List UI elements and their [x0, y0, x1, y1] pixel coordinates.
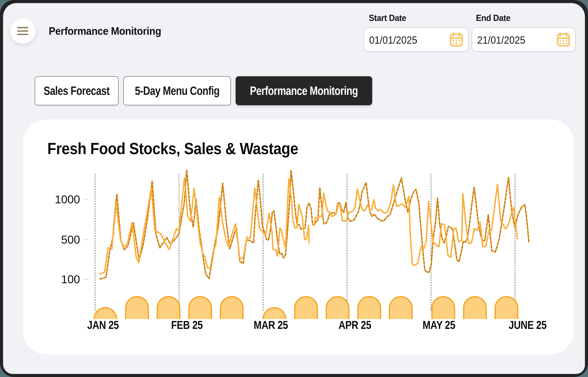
- svg-text:1000: 1000: [55, 193, 80, 206]
- svg-text:500: 500: [61, 233, 80, 246]
- svg-text:FEB 25: FEB 25: [171, 318, 203, 331]
- svg-text:JUNE 25: JUNE 25: [509, 318, 546, 331]
- svg-text:APR 25: APR 25: [339, 318, 371, 331]
- svg-text:MAY 25: MAY 25: [423, 318, 455, 331]
- svg-text:MAR 25: MAR 25: [254, 318, 288, 331]
- svg-text:100: 100: [61, 273, 80, 286]
- svg-text:JAN 25: JAN 25: [87, 318, 119, 331]
